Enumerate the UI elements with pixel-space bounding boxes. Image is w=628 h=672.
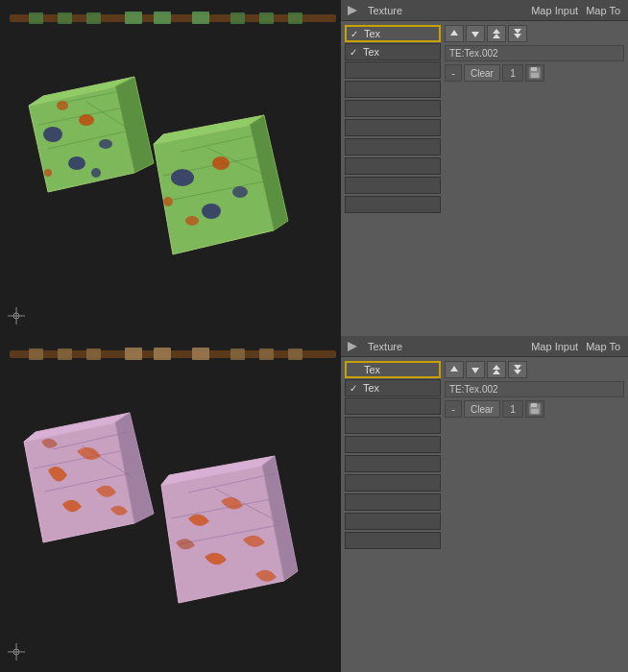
bottom-tex-value[interactable]: TE:Tex.002: [445, 381, 624, 397]
top-texture-slot-2[interactable]: ✓ Tex: [345, 43, 441, 60]
svg-rect-54: [58, 348, 72, 360]
top-nav-up2-icon[interactable]: [487, 25, 506, 42]
top-texture-controls: TE:Tex.002 - Clear 1: [445, 25, 624, 214]
bottom-empty-slot-9[interactable]: [345, 513, 441, 530]
svg-point-32: [171, 169, 194, 186]
bottom-clear-button[interactable]: Clear: [464, 400, 500, 418]
bottom-texture-nav: [445, 361, 624, 378]
top-slot1-name: Tex: [362, 28, 380, 39]
bottom-empty-slot-8[interactable]: [345, 493, 441, 511]
top-empty-slot-10[interactable]: [345, 196, 441, 213]
svg-point-24: [44, 169, 52, 177]
bottom-map-input-tab[interactable]: Map Input: [531, 341, 578, 352]
svg-marker-85: [514, 365, 521, 370]
bottom-empty-slot-5[interactable]: [345, 436, 441, 453]
svg-point-34: [202, 204, 221, 219]
bottom-empty-slot-7[interactable]: [345, 474, 441, 492]
top-texture-tab-label[interactable]: Texture: [362, 5, 408, 16]
svg-marker-79: [348, 342, 357, 351]
svg-marker-45: [493, 34, 500, 38]
top-number-field[interactable]: 1: [502, 64, 523, 82]
bottom-empty-slot-3[interactable]: [345, 397, 441, 415]
top-viewport[interactable]: [0, 0, 341, 336]
svg-point-22: [57, 101, 68, 110]
bottom-texture-list-area: Tex ✓ Tex: [341, 357, 628, 554]
svg-point-23: [91, 168, 101, 178]
main-container: Texture Map Input Map To ✓ Tex: [0, 0, 628, 672]
top-panel-collapse[interactable]: [345, 3, 360, 18]
svg-marker-83: [493, 370, 500, 374]
top-tex-value[interactable]: TE:Tex.002: [445, 45, 624, 61]
svg-point-19: [79, 114, 94, 126]
top-save-button[interactable]: [525, 64, 544, 82]
bottom-empty-slot-6[interactable]: [345, 455, 441, 472]
svg-point-37: [163, 197, 173, 206]
top-slot2-name: Tex: [361, 46, 379, 58]
bottom-save-button[interactable]: [525, 400, 544, 418]
top-empty-slot-9[interactable]: [345, 177, 441, 194]
svg-point-21: [99, 139, 112, 149]
svg-rect-3: [58, 12, 72, 24]
svg-marker-62: [24, 422, 134, 542]
svg-rect-49: [531, 67, 537, 71]
bottom-nav-down-icon[interactable]: [466, 361, 485, 378]
svg-rect-9: [259, 12, 274, 24]
bottom-tab-section-group: Map Input Map To: [531, 341, 624, 352]
bottom-empty-slot-10[interactable]: [345, 532, 441, 549]
bottom-texture-slot-2[interactable]: ✓ Tex: [345, 379, 441, 396]
svg-marker-47: [514, 29, 521, 34]
top-clear-button[interactable]: Clear: [464, 64, 500, 82]
svg-rect-58: [192, 348, 209, 360]
svg-rect-50: [531, 73, 539, 78]
svg-rect-60: [259, 348, 274, 360]
top-empty-slot-4[interactable]: [345, 81, 441, 98]
top-empty-slot-6[interactable]: [345, 119, 441, 136]
bottom-slot1-name: Tex: [362, 364, 380, 375]
svg-rect-59: [230, 348, 245, 360]
bottom-slot2-check: ✓: [346, 380, 361, 396]
top-half: Texture Map Input Map To ✓ Tex: [0, 0, 628, 336]
svg-marker-84: [514, 370, 521, 374]
svg-rect-7: [192, 12, 209, 24]
svg-rect-2: [29, 12, 43, 24]
top-slot2-check: ✓: [346, 44, 361, 60]
top-texture-list-area: ✓ Tex ✓ Tex: [341, 21, 628, 218]
top-empty-slot-3[interactable]: [345, 61, 441, 79]
bottom-map-to-tab[interactable]: Map To: [586, 341, 620, 352]
bottom-panel-collapse[interactable]: [345, 339, 360, 354]
svg-rect-87: [531, 403, 537, 407]
bottom-number-field[interactable]: 1: [502, 400, 523, 418]
svg-rect-55: [86, 348, 101, 360]
top-empty-slot-8[interactable]: [345, 157, 441, 175]
bottom-minus-button[interactable]: -: [445, 400, 462, 418]
svg-marker-80: [450, 366, 458, 372]
top-properties-panel: Texture Map Input Map To ✓ Tex: [341, 0, 628, 336]
svg-rect-8: [230, 12, 245, 24]
top-texture-slot-1[interactable]: ✓ Tex: [345, 25, 441, 42]
svg-rect-57: [154, 348, 171, 360]
bottom-empty-slot-4[interactable]: [345, 417, 441, 434]
top-minus-button[interactable]: -: [445, 64, 462, 82]
top-nav-up-icon[interactable]: [445, 25, 464, 42]
top-map-to-tab[interactable]: Map To: [586, 5, 620, 16]
top-scene-svg: [0, 0, 341, 336]
top-nav-down-icon[interactable]: [466, 25, 485, 42]
svg-rect-56: [125, 348, 142, 360]
bottom-half: Texture Map Input Map To Tex: [0, 336, 628, 672]
svg-point-36: [185, 216, 199, 226]
top-map-input-tab[interactable]: Map Input: [531, 5, 578, 16]
top-empty-slot-5[interactable]: [345, 100, 441, 117]
bottom-viewport[interactable]: [0, 336, 341, 672]
bottom-nav-up-icon[interactable]: [445, 361, 464, 378]
bottom-nav-down2-icon[interactable]: [508, 361, 527, 378]
bottom-texture-slot-1[interactable]: Tex: [345, 361, 441, 378]
bottom-texture-tab-label[interactable]: Texture: [362, 341, 408, 352]
top-tab-section-group: Map Input Map To: [531, 5, 624, 16]
bottom-slot2-name: Tex: [361, 382, 379, 394]
top-tex-field: TE:Tex.002: [445, 45, 624, 61]
bottom-slot1-check: [347, 362, 362, 377]
top-nav-down2-icon[interactable]: [508, 25, 527, 42]
bottom-nav-up2-icon[interactable]: [487, 361, 506, 378]
top-empty-slot-7[interactable]: [345, 138, 441, 156]
bottom-panel-tabs: Texture Map Input Map To: [341, 336, 628, 357]
